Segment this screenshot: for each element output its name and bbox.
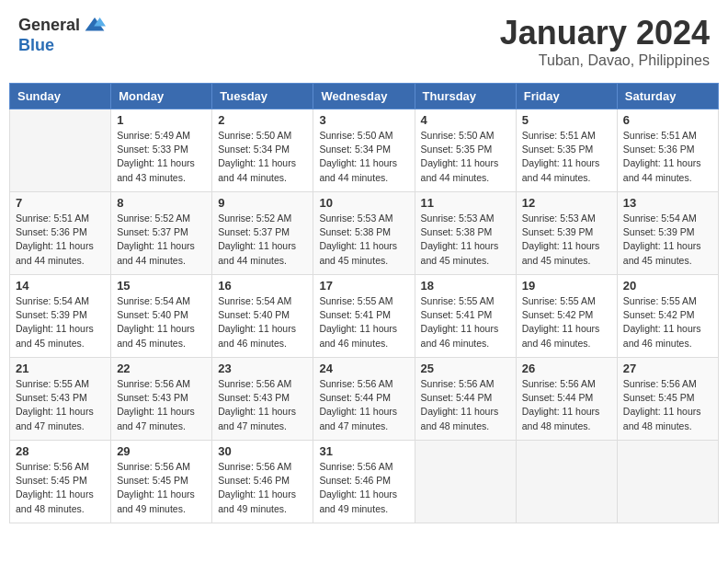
day-number: 17 (319, 279, 408, 293)
calendar-cell: 3Sunrise: 5:50 AM Sunset: 5:34 PM Daylig… (313, 109, 415, 192)
calendar-cell: 17Sunrise: 5:55 AM Sunset: 5:41 PM Dayli… (313, 275, 415, 358)
title-section: January 2024 Tuban, Davao, Philippines (500, 14, 710, 69)
day-info: Sunrise: 5:56 AM Sunset: 5:46 PM Dayligh… (319, 460, 408, 516)
location-text: Tuban, Davao, Philippines (500, 52, 710, 69)
week-row-2: 7Sunrise: 5:51 AM Sunset: 5:36 PM Daylig… (10, 192, 719, 275)
day-info: Sunrise: 5:55 AM Sunset: 5:41 PM Dayligh… (319, 294, 408, 350)
week-row-4: 21Sunrise: 5:55 AM Sunset: 5:43 PM Dayli… (10, 358, 719, 441)
calendar-cell: 24Sunrise: 5:56 AM Sunset: 5:44 PM Dayli… (313, 358, 415, 441)
day-number: 18 (421, 279, 510, 293)
day-number: 10 (319, 196, 408, 210)
column-header-sunday: Sunday (10, 84, 111, 109)
day-info: Sunrise: 5:56 AM Sunset: 5:45 PM Dayligh… (117, 460, 206, 516)
day-number: 24 (319, 362, 408, 375)
day-number: 15 (117, 279, 206, 293)
calendar-cell: 25Sunrise: 5:56 AM Sunset: 5:44 PM Dayli… (415, 358, 516, 441)
calendar-cell: 22Sunrise: 5:56 AM Sunset: 5:43 PM Dayli… (111, 358, 212, 441)
calendar-header-row: SundayMondayTuesdayWednesdayThursdayFrid… (10, 84, 719, 109)
column-header-friday: Friday (516, 84, 617, 109)
column-header-saturday: Saturday (617, 84, 718, 109)
column-header-thursday: Thursday (415, 84, 516, 109)
calendar-cell: 18Sunrise: 5:55 AM Sunset: 5:41 PM Dayli… (415, 275, 516, 358)
calendar-cell: 8Sunrise: 5:52 AM Sunset: 5:37 PM Daylig… (111, 192, 212, 275)
day-info: Sunrise: 5:55 AM Sunset: 5:41 PM Dayligh… (421, 294, 510, 350)
day-info: Sunrise: 5:51 AM Sunset: 5:36 PM Dayligh… (623, 129, 712, 185)
day-number: 8 (117, 196, 206, 210)
day-info: Sunrise: 5:51 AM Sunset: 5:36 PM Dayligh… (16, 212, 105, 268)
day-number: 26 (522, 362, 611, 375)
calendar-cell: 30Sunrise: 5:56 AM Sunset: 5:46 PM Dayli… (212, 441, 313, 523)
day-info: Sunrise: 5:56 AM Sunset: 5:45 PM Dayligh… (623, 377, 712, 433)
column-header-monday: Monday (111, 84, 212, 109)
day-number: 14 (16, 279, 105, 293)
calendar-cell (10, 109, 111, 192)
day-number: 20 (623, 279, 712, 293)
day-info: Sunrise: 5:52 AM Sunset: 5:37 PM Dayligh… (218, 212, 307, 268)
day-info: Sunrise: 5:56 AM Sunset: 5:44 PM Dayligh… (319, 377, 408, 433)
day-number: 3 (319, 113, 408, 127)
calendar-cell: 19Sunrise: 5:55 AM Sunset: 5:42 PM Dayli… (516, 275, 617, 358)
day-number: 31 (319, 444, 408, 458)
day-number: 23 (218, 362, 307, 375)
day-info: Sunrise: 5:49 AM Sunset: 5:33 PM Dayligh… (117, 129, 206, 185)
calendar-cell: 11Sunrise: 5:53 AM Sunset: 5:38 PM Dayli… (415, 192, 516, 275)
day-number: 4 (421, 113, 510, 127)
week-row-1: 1Sunrise: 5:49 AM Sunset: 5:33 PM Daylig… (10, 109, 719, 192)
calendar-cell: 31Sunrise: 5:56 AM Sunset: 5:46 PM Dayli… (313, 441, 415, 523)
page-header: General Blue January 2024 Tuban, Davao, … (9, 9, 719, 74)
day-info: Sunrise: 5:53 AM Sunset: 5:38 PM Dayligh… (319, 212, 408, 268)
logo: General Blue (18, 14, 106, 55)
day-number: 2 (218, 113, 307, 127)
calendar-cell: 15Sunrise: 5:54 AM Sunset: 5:40 PM Dayli… (111, 275, 212, 358)
calendar-cell: 16Sunrise: 5:54 AM Sunset: 5:40 PM Dayli… (212, 275, 313, 358)
calendar-cell: 21Sunrise: 5:55 AM Sunset: 5:43 PM Dayli… (10, 358, 111, 441)
day-number: 21 (16, 362, 105, 375)
month-title: January 2024 (500, 14, 710, 52)
calendar-cell: 13Sunrise: 5:54 AM Sunset: 5:39 PM Dayli… (617, 192, 718, 275)
day-number: 25 (421, 362, 510, 375)
day-info: Sunrise: 5:54 AM Sunset: 5:39 PM Dayligh… (16, 294, 105, 350)
day-info: Sunrise: 5:54 AM Sunset: 5:40 PM Dayligh… (218, 294, 307, 350)
day-info: Sunrise: 5:52 AM Sunset: 5:37 PM Dayligh… (117, 212, 206, 268)
logo-general-text: General (18, 16, 80, 35)
day-info: Sunrise: 5:53 AM Sunset: 5:39 PM Dayligh… (522, 212, 611, 268)
day-number: 22 (117, 362, 206, 375)
day-info: Sunrise: 5:51 AM Sunset: 5:35 PM Dayligh… (522, 129, 611, 185)
column-header-wednesday: Wednesday (313, 84, 415, 109)
day-number: 13 (623, 196, 712, 210)
calendar-cell: 20Sunrise: 5:55 AM Sunset: 5:42 PM Dayli… (617, 275, 718, 358)
day-number: 19 (522, 279, 611, 293)
calendar-cell: 23Sunrise: 5:56 AM Sunset: 5:43 PM Dayli… (212, 358, 313, 441)
day-info: Sunrise: 5:55 AM Sunset: 5:42 PM Dayligh… (522, 294, 611, 350)
calendar-cell: 27Sunrise: 5:56 AM Sunset: 5:45 PM Dayli… (617, 358, 718, 441)
day-number: 30 (218, 444, 307, 458)
day-number: 5 (522, 113, 611, 127)
day-info: Sunrise: 5:54 AM Sunset: 5:39 PM Dayligh… (623, 212, 712, 268)
calendar-cell: 9Sunrise: 5:52 AM Sunset: 5:37 PM Daylig… (212, 192, 313, 275)
logo-blue-text: Blue (18, 36, 54, 55)
column-header-tuesday: Tuesday (212, 84, 313, 109)
day-info: Sunrise: 5:50 AM Sunset: 5:34 PM Dayligh… (319, 129, 408, 185)
calendar-cell: 26Sunrise: 5:56 AM Sunset: 5:44 PM Dayli… (516, 358, 617, 441)
day-number: 27 (623, 362, 712, 375)
calendar-cell: 4Sunrise: 5:50 AM Sunset: 5:35 PM Daylig… (415, 109, 516, 192)
week-row-5: 28Sunrise: 5:56 AM Sunset: 5:45 PM Dayli… (10, 441, 719, 523)
calendar-cell: 28Sunrise: 5:56 AM Sunset: 5:45 PM Dayli… (10, 441, 111, 523)
day-info: Sunrise: 5:55 AM Sunset: 5:42 PM Dayligh… (623, 294, 712, 350)
day-number: 1 (117, 113, 206, 127)
calendar-cell: 2Sunrise: 5:50 AM Sunset: 5:34 PM Daylig… (212, 109, 313, 192)
week-row-3: 14Sunrise: 5:54 AM Sunset: 5:39 PM Dayli… (10, 275, 719, 358)
day-info: Sunrise: 5:50 AM Sunset: 5:34 PM Dayligh… (218, 129, 307, 185)
calendar-cell: 1Sunrise: 5:49 AM Sunset: 5:33 PM Daylig… (111, 109, 212, 192)
day-number: 16 (218, 279, 307, 293)
day-info: Sunrise: 5:54 AM Sunset: 5:40 PM Dayligh… (117, 294, 206, 350)
logo-icon (84, 14, 106, 36)
calendar-cell (516, 441, 617, 523)
day-info: Sunrise: 5:50 AM Sunset: 5:35 PM Dayligh… (421, 129, 510, 185)
calendar-cell: 29Sunrise: 5:56 AM Sunset: 5:45 PM Dayli… (111, 441, 212, 523)
day-number: 29 (117, 444, 206, 458)
day-info: Sunrise: 5:53 AM Sunset: 5:38 PM Dayligh… (421, 212, 510, 268)
day-number: 28 (16, 444, 105, 458)
calendar-cell: 6Sunrise: 5:51 AM Sunset: 5:36 PM Daylig… (617, 109, 718, 192)
day-info: Sunrise: 5:56 AM Sunset: 5:46 PM Dayligh… (218, 460, 307, 516)
